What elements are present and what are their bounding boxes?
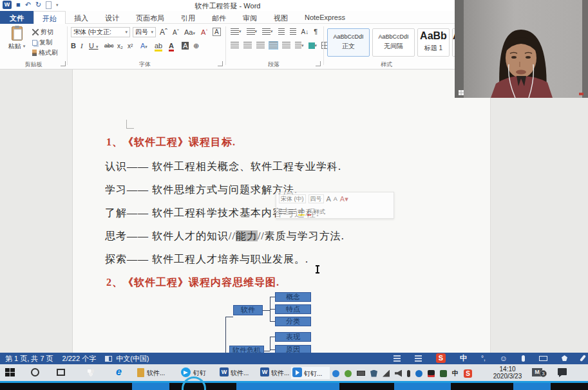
show-marks-icon[interactable]: ¶ (314, 28, 318, 35)
tab-layout[interactable]: 页面布局 (128, 11, 173, 24)
tab-review[interactable]: 审阅 (234, 11, 265, 24)
bullets-icon[interactable]: ▾ (231, 28, 242, 35)
tray-nav-icon[interactable] (332, 370, 339, 377)
diagram-node-causes[interactable]: 原因 (275, 345, 311, 353)
font-dialog-launcher[interactable] (218, 61, 223, 66)
language-indicator[interactable]: 中文(中国) (116, 354, 149, 364)
word-window-1-label[interactable]: 软件... (231, 369, 249, 378)
character-shading-icon[interactable]: A (182, 42, 189, 50)
font-color-icon[interactable]: A (169, 42, 174, 51)
ime-skin-icon[interactable] (562, 355, 567, 361)
word-count[interactable]: 2/222 个字 (62, 354, 97, 364)
tray-sogou-icon[interactable]: S (464, 369, 472, 378)
mini-numbering-icon[interactable] (289, 209, 296, 215)
diagram-node-concept[interactable]: 概念 (275, 292, 311, 302)
mini-grow-font-icon[interactable]: A (327, 195, 331, 203)
dingtalk-live-window[interactable]: 钉钉... (291, 367, 330, 379)
style-normal[interactable]: AaBbCcDdI 正文 (327, 28, 370, 57)
diagram-node-classification[interactable]: 分类 (275, 317, 311, 326)
change-case-icon[interactable]: Aa▾ (184, 28, 195, 36)
line-spacing-icon[interactable]: ▾ (295, 42, 304, 49)
tab-noteexpress[interactable]: NoteExpress (296, 11, 354, 24)
paragraph-dialog-launcher[interactable] (316, 61, 321, 66)
justify-icon[interactable] (269, 42, 278, 49)
mini-styles-label[interactable]: 样式 (314, 208, 325, 216)
word-window-2-icon[interactable]: W (260, 367, 269, 376)
style-heading1[interactable]: AaBb 标题 1 (417, 28, 450, 57)
wifi-icon[interactable] (383, 370, 390, 377)
bold-icon[interactable]: B (71, 42, 76, 50)
strikethrough-icon[interactable]: abc (104, 42, 114, 49)
word-window-1-icon[interactable]: W (220, 367, 229, 376)
task-view-button[interactable] (57, 369, 65, 376)
bluetooth-icon[interactable] (415, 370, 422, 377)
sort-icon[interactable]: A↓ (301, 28, 309, 35)
mini-shrink-font-icon[interactable]: A (334, 196, 337, 202)
tab-insert[interactable]: 插入 (66, 11, 97, 24)
ime-mic-icon[interactable] (522, 355, 525, 362)
security-shield-icon[interactable] (370, 370, 377, 377)
action-center-icon[interactable] (558, 368, 567, 375)
subscript-icon[interactable]: x₂ (117, 42, 123, 50)
mini-bullets-icon[interactable] (279, 209, 286, 215)
mini-size-combo[interactable]: 四号 (308, 194, 324, 203)
tray-app-red-icon[interactable] (428, 370, 435, 377)
tray-ime-mode[interactable]: 中 (452, 369, 459, 378)
clipboard-dialog-launcher[interactable] (61, 61, 66, 66)
ime-punctuation-icon[interactable]: °, (481, 355, 486, 362)
tab-home[interactable]: 开始 (33, 11, 66, 24)
highlight-color-icon[interactable]: ab (155, 42, 162, 51)
mini-color-icon[interactable]: A (307, 208, 311, 216)
ime-emoji-icon[interactable]: ☺ (500, 354, 507, 363)
edge-browser-icon[interactable]: e (116, 366, 122, 378)
yellow-app-icon[interactable] (137, 368, 144, 377)
shading-icon[interactable]: ▾ (308, 42, 318, 49)
taskbar-clock[interactable]: 14:10 2020/3/23 (488, 366, 527, 380)
microphone-icon[interactable] (407, 370, 410, 377)
ime-keyboard-icon[interactable] (539, 356, 547, 361)
tab-mailings[interactable]: 邮件 (204, 11, 234, 24)
tab-view[interactable]: 视图 (265, 11, 296, 24)
format-painter-button[interactable]: 格式刷 (32, 48, 58, 57)
copy-button[interactable]: 复制 (32, 38, 52, 47)
sogou-logo-icon[interactable]: S (436, 353, 446, 363)
mini-font-combo[interactable]: 宋体 (中) (279, 194, 306, 203)
yellow-app-label[interactable]: 软件... (147, 369, 165, 378)
font-size-combo[interactable]: 四号▾ (133, 27, 156, 37)
tab-references[interactable]: 引用 (173, 11, 204, 24)
decrease-indent-icon[interactable] (278, 28, 285, 35)
increase-indent-icon[interactable] (290, 28, 296, 35)
mini-highlight-icon[interactable]: ab (298, 208, 305, 216)
proofing-icon[interactable] (105, 356, 112, 362)
diagram-node-software[interactable]: 软件 (233, 305, 263, 315)
align-right-icon[interactable] (256, 42, 265, 49)
battery-icon[interactable] (357, 371, 365, 376)
shrink-font-icon[interactable]: Aˇ (173, 29, 179, 36)
pinwheel-app-icon[interactable] (87, 369, 95, 376)
tab-file[interactable]: 文件 (0, 11, 33, 24)
tray-sync-icon[interactable] (345, 370, 352, 377)
distribute-icon[interactable] (282, 42, 290, 49)
diagram-node-features[interactable]: 特点 (275, 304, 311, 314)
superscript-icon[interactable]: x² (128, 42, 133, 50)
phonetic-guide-icon[interactable]: Aʿ (201, 28, 208, 36)
mini-font-color-icon[interactable]: A▾ (340, 195, 348, 203)
start-button[interactable] (5, 368, 15, 376)
search-button[interactable] (31, 368, 39, 376)
tab-design[interactable]: 设计 (97, 11, 128, 24)
text-effects-icon[interactable]: A▾ (140, 42, 147, 50)
align-center-icon[interactable] (243, 42, 252, 49)
cut-button[interactable]: 剪切 (32, 28, 53, 37)
tray-app-green-icon[interactable] (440, 370, 447, 377)
align-left-icon[interactable] (231, 42, 239, 49)
print-layout-icon[interactable] (415, 355, 422, 362)
webcam-video[interactable] (455, 0, 588, 98)
character-border-icon[interactable]: A (213, 28, 221, 36)
diagram-node-manifestation[interactable]: 表现 (275, 332, 311, 342)
ime-mode-indicator[interactable]: 中 (460, 353, 467, 363)
numbering-icon[interactable]: ▾ (247, 28, 258, 35)
paste-button[interactable]: 粘贴▾ (4, 26, 30, 51)
word-window-2-label[interactable]: 软件... (271, 369, 289, 378)
font-name-combo[interactable]: 宋体 (中文正:▾ (71, 27, 130, 37)
grow-font-icon[interactable]: Aˆ (160, 28, 167, 37)
